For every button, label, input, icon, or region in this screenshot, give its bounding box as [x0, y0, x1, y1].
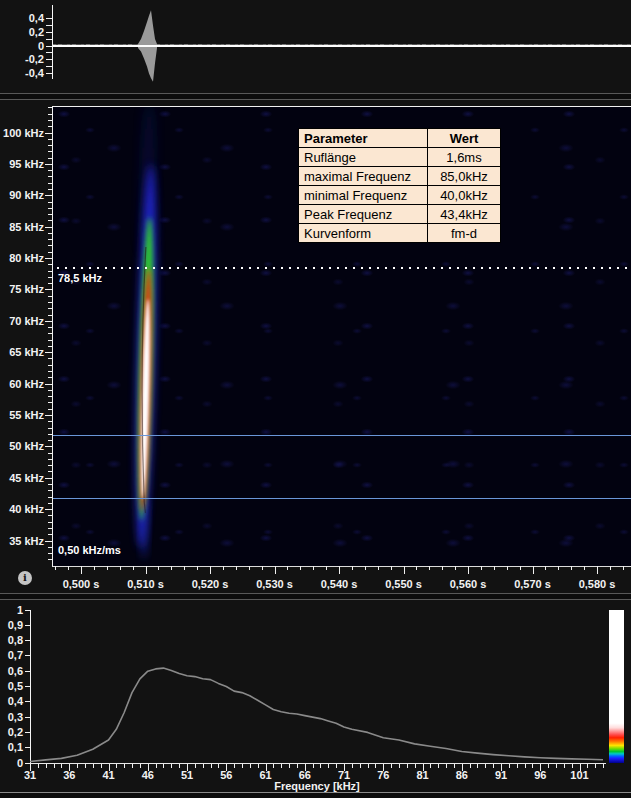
spectrogram-panel: 78,5 kHz 0,50 kHz/ms ParameterWertRuflän…	[0, 100, 631, 593]
oscillogram-waveform[interactable]	[52, 0, 631, 93]
colorbar	[609, 610, 624, 763]
info-icon-glyph: i	[23, 572, 27, 583]
table-header: Parameter	[299, 129, 428, 148]
spectrogram-plot[interactable]: 78,5 kHz 0,50 kHz/ms ParameterWertRuflän…	[52, 106, 631, 567]
bottom-margin	[0, 793, 631, 798]
parameter-table: ParameterWertRuflänge1,6msmaximal Freque…	[298, 128, 501, 243]
slope-label: 0,50 kHz/ms	[58, 544, 121, 556]
bat-call-analyzer: 0,40,20-0,2-0,4	[0, 0, 631, 798]
marker-line-lower	[53, 498, 631, 499]
info-icon[interactable]: i	[18, 571, 32, 585]
spectrum-panel: 10,90,80,70,60,50,40,30,20,10 3136414651…	[0, 600, 631, 798]
table-row: Kurvenformfm-d	[299, 224, 501, 243]
threshold-label: 78,5 kHz	[58, 272, 102, 284]
oscillogram-zero-line	[53, 45, 631, 47]
panel-divider	[0, 593, 631, 600]
spectrum-curve-line	[30, 668, 603, 761]
table-row: Peak Frequenz43,4kHz	[299, 205, 501, 224]
threshold-line	[57, 267, 631, 269]
table-row: minimal Frequenz40,0kHz	[299, 186, 501, 205]
marker-line-upper	[53, 435, 631, 436]
x-axis-title: Frequency [kHz]	[167, 780, 467, 792]
spectrum-curve[interactable]	[30, 610, 607, 764]
table-row: maximal Frequenz85,0kHz	[299, 167, 501, 186]
table-header: Wert	[428, 129, 501, 148]
oscillogram-panel: 0,40,20-0,2-0,4	[0, 0, 631, 93]
table-row: Ruflänge1,6ms	[299, 148, 501, 167]
panel-divider	[0, 93, 631, 100]
